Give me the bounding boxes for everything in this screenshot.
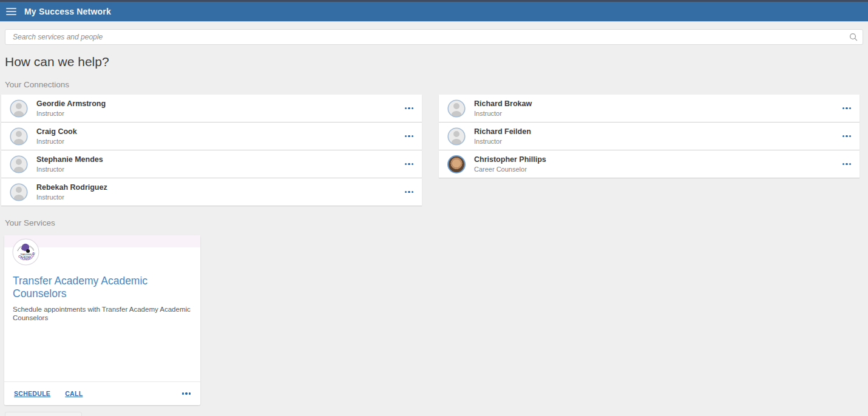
hamburger-menu-icon[interactable] [6, 8, 16, 15]
partial-next-card [5, 412, 82, 416]
connection-role: Instructor [36, 166, 103, 173]
services-section-title: Your Services [5, 219, 868, 227]
connection-info: Craig Cook Instructor [36, 127, 77, 145]
connection-card-geordie-armstrong[interactable]: Geordie Armstrong Instructor [1, 95, 422, 122]
call-link[interactable]: CALL [65, 390, 83, 397]
more-options-icon[interactable] [405, 105, 414, 112]
avatar-photo [447, 155, 466, 173]
connection-name: Geordie Armstrong [36, 99, 106, 108]
connection-card-craig-cook[interactable]: Craig Cook Instructor [1, 122, 422, 150]
connections-left-column: Geordie Armstrong Instructor Craig Cook … [1, 95, 422, 206]
connection-name: Richard Brokaw [474, 99, 532, 108]
avatar-placeholder-icon [10, 127, 28, 146]
connection-name: Richard Feilden [474, 127, 531, 136]
connection-info: Geordie Armstrong Instructor [36, 99, 106, 117]
connection-role: Instructor [36, 193, 107, 201]
connections-grid: Geordie Armstrong Instructor Craig Cook … [1, 95, 860, 206]
more-options-icon[interactable] [843, 133, 852, 140]
connection-card-rebekah-rodriguez[interactable]: Rebekah Rodriguez Instructor [1, 178, 422, 206]
service-description: Schedule appointments with Transfer Acad… [4, 305, 200, 322]
connection-role: Instructor [474, 138, 531, 145]
app-header: My Success Network [0, 0, 868, 22]
search-bar [5, 29, 863, 45]
service-title[interactable]: Transfer Academy Academic Counselors [4, 275, 200, 300]
connection-role: Instructor [36, 110, 106, 117]
connections-right-column: Richard Brokaw Instructor Richard Feilde… [439, 95, 860, 178]
page-heading: How can we help? [5, 55, 868, 69]
connection-card-richard-feilden[interactable]: Richard Feilden Instructor [439, 122, 860, 150]
transfer-academy-counselor-logo-icon: TRANSFER ACADEMY COUNSELOR [12, 238, 39, 266]
more-options-icon[interactable] [405, 161, 414, 168]
connections-section-title: Your Connections [5, 81, 868, 89]
connection-name: Christopher Phillips [474, 155, 546, 164]
search-icon[interactable] [849, 33, 858, 41]
connection-card-richard-brokaw[interactable]: Richard Brokaw Instructor [439, 95, 860, 122]
connection-info: Rebekah Rodriguez Instructor [36, 183, 107, 201]
connection-role: Instructor [474, 110, 532, 117]
connection-info: Christopher Phillips Career Counselor [474, 155, 546, 173]
schedule-link[interactable]: SCHEDULE [14, 390, 50, 397]
more-options-icon[interactable] [843, 161, 852, 168]
avatar-placeholder-icon [10, 155, 28, 173]
avatar-placeholder-icon [447, 127, 466, 146]
connection-info: Richard Brokaw Instructor [474, 99, 532, 117]
connection-info: Stephanie Mendes Instructor [36, 155, 103, 173]
connection-info: Richard Feilden Instructor [474, 127, 531, 145]
connection-card-christopher-phillips[interactable]: Christopher Phillips Career Counselor [439, 150, 860, 178]
avatar-placeholder-icon [10, 99, 28, 118]
connection-name: Craig Cook [36, 127, 77, 136]
connection-role: Career Counselor [474, 166, 546, 173]
avatar-placeholder-icon [447, 99, 466, 118]
more-options-icon[interactable] [405, 133, 414, 140]
connection-card-stephanie-mendes[interactable]: Stephanie Mendes Instructor [1, 150, 422, 178]
service-card-transfer-academy[interactable]: TRANSFER ACADEMY COUNSELOR Transfer Acad… [4, 235, 200, 405]
connection-role: Instructor [36, 138, 77, 145]
more-options-icon[interactable] [405, 189, 414, 196]
avatar-placeholder-icon [10, 183, 28, 201]
service-card-footer: SCHEDULE CALL [4, 381, 200, 405]
connection-name: Stephanie Mendes [36, 155, 103, 164]
page-title: My Success Network [24, 7, 111, 16]
search-input[interactable] [5, 29, 863, 45]
connection-name: Rebekah Rodriguez [36, 183, 107, 192]
more-options-icon[interactable] [182, 390, 191, 397]
more-options-icon[interactable] [843, 105, 852, 112]
